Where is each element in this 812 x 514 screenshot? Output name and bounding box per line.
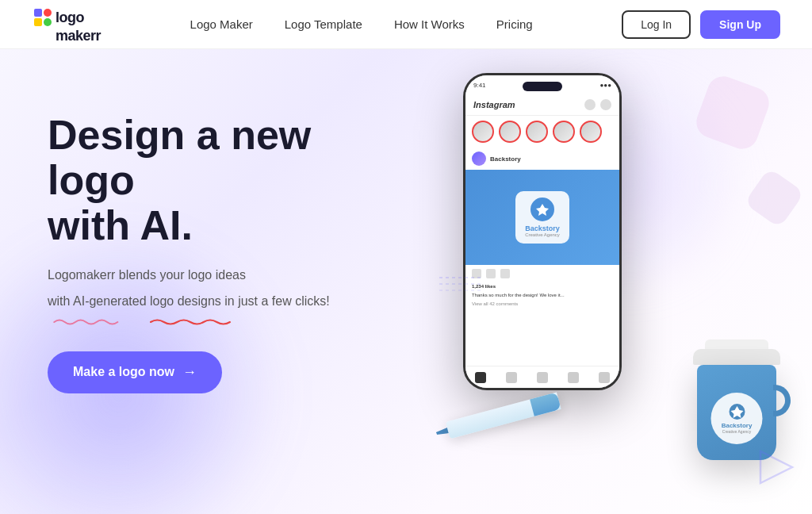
deco-dots-2: [439, 271, 487, 298]
marker: [446, 385, 592, 452]
nav-actions: Log In Sign Up: [622, 10, 780, 39]
hero-heading: Design a new logo with AI.: [48, 113, 381, 249]
cta-arrow-icon: →: [182, 364, 197, 381]
phone-screen: 9:41 ●●● Instagram: [465, 75, 619, 388]
cup-brand-sub: Creative Agency: [722, 429, 753, 434]
nav-item-logo-maker[interactable]: Logo Maker: [190, 17, 253, 32]
ig-header-icons: [584, 99, 611, 110]
cta-label: Make a logo now: [73, 365, 174, 379]
cup-lid: [693, 349, 780, 365]
svg-point-3: [44, 18, 52, 26]
logo-text-top: logo: [56, 10, 84, 25]
comment-icon: [486, 269, 496, 278]
svg-point-1: [44, 9, 52, 17]
marker-cap: [530, 392, 561, 416]
ig-nav-search: [506, 372, 517, 383]
cup-logo-inner: Backstory Creative Agency: [722, 403, 753, 434]
login-button[interactable]: Log In: [622, 10, 691, 39]
ig-post-actions: [465, 265, 619, 282]
cta-button[interactable]: Make a logo now →: [48, 351, 222, 393]
post-logo-card: Backstory Creative Agency: [515, 191, 569, 244]
post-brand-sub: Creative Agency: [525, 232, 560, 237]
phone-body: 9:41 ●●● Instagram: [463, 73, 622, 390]
post-avatar: [472, 152, 486, 166]
ig-nav-bar: [465, 366, 619, 388]
ig-post: Backstory Backstory Creative Agenc: [465, 148, 619, 366]
marker-body: [446, 392, 561, 439]
phone-mockup: 9:41 ●●● Instagram: [463, 73, 622, 390]
post-username: Backstory: [490, 155, 521, 163]
nav-item-logo-template[interactable]: Logo Template: [285, 17, 362, 32]
ig-nav-add: [537, 372, 548, 383]
ig-nav-profile: [599, 372, 610, 383]
ig-icon-messenger: [600, 99, 611, 110]
ig-post-image: Backstory Creative Agency: [465, 170, 619, 265]
hero-content: Design a new logo with AI. Logomakerr bl…: [48, 113, 381, 393]
ig-logo: Instagram: [473, 100, 515, 109]
ig-post-likes: 1,234 likes: [465, 282, 619, 290]
squiggles: [48, 318, 381, 326]
cup-body: Backstory Creative Agency: [697, 365, 776, 460]
hero-section: Design a new logo with AI. Logomakerr bl…: [0, 49, 812, 514]
svg-rect-2: [34, 18, 42, 26]
triangle-icon: [756, 447, 796, 487]
ig-post-comment: View all 42 comments: [465, 300, 619, 308]
instagram-header: Instagram: [465, 94, 619, 116]
ig-nav-reels: [568, 372, 579, 383]
squiggle-red-icon: [143, 318, 238, 326]
share-icon: [500, 269, 510, 278]
deco-shape-mr: [744, 167, 805, 228]
nav-item-how-it-works[interactable]: How It Works: [394, 17, 465, 32]
signup-button[interactable]: Sign Up: [700, 10, 780, 39]
nav-item-pricing[interactable]: Pricing: [496, 17, 533, 32]
story-2: [499, 121, 521, 143]
cup-logo-area: Backstory Creative Agency: [711, 393, 763, 444]
story-1: [472, 121, 494, 143]
squiggle-pink-icon: [48, 318, 127, 326]
phone-notch: [523, 82, 562, 91]
story-5: [580, 121, 602, 143]
nav-links: Logo Maker Logo Template How It Works Pr…: [190, 17, 533, 32]
svg-rect-0: [34, 9, 42, 17]
story-3: [526, 121, 548, 143]
ig-post-text: Thanks so much for the design! We love i…: [465, 290, 619, 300]
cup-handle: [773, 385, 791, 416]
navbar: logo makerr Logo Maker Logo Template How…: [0, 0, 812, 49]
logo-text-bottom: makerr: [32, 29, 101, 43]
logo-icon: [32, 6, 54, 29]
ig-icon-heart: [584, 99, 596, 110]
cup-lid-top: [705, 339, 768, 349]
post-logo-icon: [530, 198, 554, 221]
cup-brand-name: Backstory: [722, 422, 753, 429]
post-brand-name: Backstory: [525, 224, 560, 232]
ig-nav-home: [475, 372, 486, 383]
hero-subtext-line1: Logomakerr blends your logo ideas: [48, 265, 381, 286]
deco-shape-tr: [692, 72, 774, 154]
hero-subtext-line2: with AI-generated logo designs in just a…: [48, 291, 381, 312]
logo: logo makerr: [32, 6, 101, 43]
ig-stories: [465, 116, 619, 148]
hero-visuals: 9:41 ●●● Instagram: [400, 49, 812, 514]
ig-post-header: Backstory: [465, 148, 619, 170]
story-4: [553, 121, 575, 143]
deco-triangle: [756, 447, 796, 490]
svg-marker-5: [760, 451, 792, 483]
